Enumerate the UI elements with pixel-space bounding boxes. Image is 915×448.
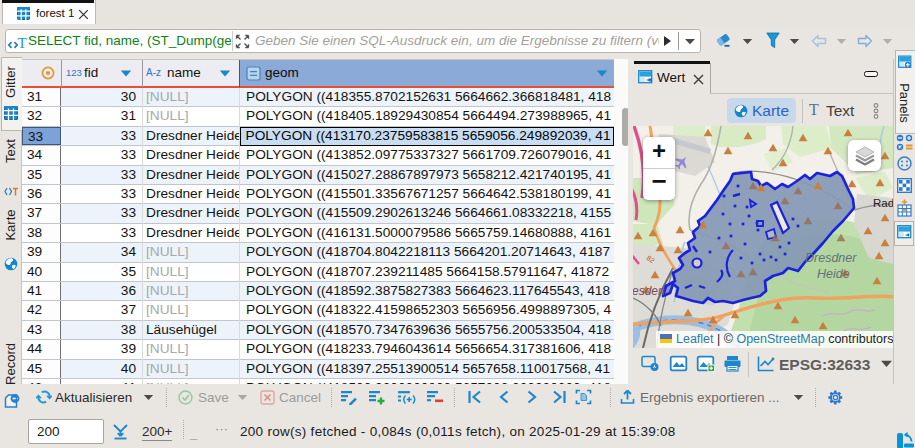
- svg-text:esden: esden: [633, 284, 665, 298]
- svg-text:Heide: Heide: [817, 267, 850, 281]
- svg-text:T: T: [18, 35, 27, 51]
- svg-text:Dresdner: Dresdner: [805, 251, 857, 265]
- svg-text:Rad: Rad: [873, 197, 893, 209]
